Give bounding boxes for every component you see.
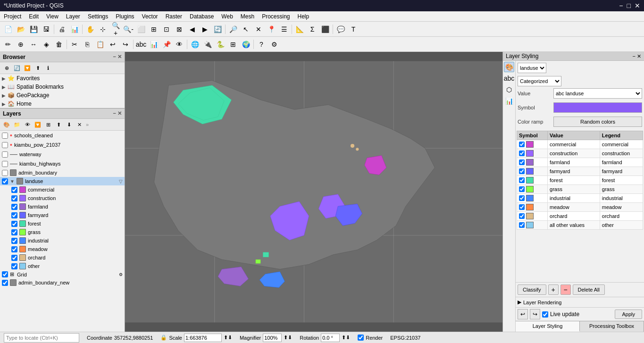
zoom-next-btn[interactable]: ▶ bbox=[199, 23, 211, 35]
rotation-input[interactable] bbox=[321, 334, 340, 342]
pan-to-selection-btn[interactable]: ⊹ bbox=[97, 23, 109, 35]
copy-features-btn[interactable]: ⎘ bbox=[81, 38, 93, 50]
browser-expand-btn[interactable]: ⊕ bbox=[2, 63, 11, 73]
print-layout-btn[interactable]: 🖨 bbox=[56, 23, 68, 35]
menu-view[interactable]: View bbox=[42, 12, 62, 21]
landuse-meadow[interactable]: meadow bbox=[9, 245, 125, 253]
statistics-btn[interactable]: Σ bbox=[306, 23, 318, 35]
styling-renderer-dropdown[interactable]: Categorized Single Symbol Graduated Rule… bbox=[518, 76, 561, 86]
classify-btn[interactable]: Classify bbox=[518, 284, 546, 295]
landuse-commercial[interactable]: commercial bbox=[9, 185, 125, 194]
filter-layers-btn[interactable]: 🔽 bbox=[33, 120, 42, 129]
symbol-row-check[interactable] bbox=[519, 168, 525, 174]
zoom-full-btn[interactable]: ⊞ bbox=[148, 23, 160, 35]
minimize-button[interactable]: − bbox=[619, 2, 623, 9]
layer-grid[interactable]: ⊞ Grid ⚙ bbox=[0, 270, 125, 278]
browser-bookmarks[interactable]: ▶ 📖 Spatial Bookmarks bbox=[0, 83, 125, 91]
landuse-farmland-check[interactable] bbox=[11, 204, 17, 210]
layers-min-btn[interactable]: − bbox=[113, 110, 116, 117]
add-feature-btn[interactable]: ⊕ bbox=[15, 38, 27, 50]
styling-icon-label[interactable]: abc bbox=[504, 73, 514, 84]
symbol-row-check[interactable] bbox=[519, 151, 525, 156]
layer-schools-cleaned[interactable]: • schools_cleaned bbox=[0, 131, 125, 140]
redo-style-btn[interactable]: ↪ bbox=[530, 309, 540, 319]
menu-settings[interactable]: Settings bbox=[84, 12, 112, 21]
landuse-industrial[interactable]: industrial bbox=[9, 236, 125, 245]
annotation-btn[interactable]: T bbox=[347, 23, 360, 35]
landuse-orchard[interactable]: orchard bbox=[9, 253, 125, 262]
styling-value-dropdown[interactable]: abc landuse bbox=[553, 88, 642, 99]
pan-map-btn[interactable]: ✋ bbox=[84, 23, 96, 35]
styling-icon-paint[interactable]: 🎨 bbox=[504, 62, 514, 72]
expand-all-btn[interactable]: ⬆ bbox=[54, 120, 63, 129]
menu-processing[interactable]: Processing bbox=[258, 12, 293, 21]
filter-by-map-btn[interactable]: ⊞ bbox=[43, 120, 53, 129]
landuse-commercial-check[interactable] bbox=[11, 187, 17, 193]
add-class-btn[interactable]: + bbox=[548, 284, 559, 295]
landuse-other[interactable]: other bbox=[9, 262, 125, 270]
landuse-meadow-check[interactable] bbox=[11, 246, 17, 252]
layers-close-btn[interactable]: ✕ bbox=[117, 110, 122, 117]
cut-features-btn[interactable]: ✂ bbox=[68, 38, 81, 50]
browser-geopackage[interactable]: ▶ 📦 GeoPackage bbox=[0, 91, 125, 100]
layer-admin-boundary[interactable]: admin_boundary bbox=[0, 168, 125, 177]
help-btn[interactable]: ? bbox=[255, 38, 268, 50]
symbol-row-check[interactable] bbox=[519, 213, 525, 219]
landuse-grass-check[interactable] bbox=[11, 229, 17, 235]
label-tool-btn[interactable]: abc bbox=[135, 38, 147, 50]
layer-landuse-expand[interactable]: ▼ bbox=[10, 179, 15, 184]
browser-favorites[interactable]: ▶ ⭐ Favorites bbox=[0, 74, 125, 83]
layer-kiambu-pow-check[interactable] bbox=[2, 142, 8, 148]
symbol-row-1[interactable]: construction construction bbox=[517, 149, 643, 158]
browser-refresh-btn[interactable]: 🔄 bbox=[12, 63, 22, 73]
zoom-layer-btn[interactable]: ⊡ bbox=[160, 23, 173, 35]
measure-btn[interactable]: 📐 bbox=[293, 23, 306, 35]
menu-raster[interactable]: Raster bbox=[162, 12, 186, 21]
symbol-row-9[interactable]: all other values other bbox=[517, 221, 643, 230]
magnifier-input[interactable] bbox=[263, 334, 282, 342]
symbol-row-check[interactable] bbox=[519, 186, 525, 192]
landuse-construction-check[interactable] bbox=[11, 195, 17, 201]
symbol-row-5[interactable]: grass grass bbox=[517, 185, 643, 194]
landuse-grass[interactable]: grass bbox=[9, 228, 125, 236]
symbol-row-8[interactable]: orchard orchard bbox=[517, 212, 643, 221]
landuse-forest-check[interactable] bbox=[11, 221, 17, 227]
label-show-btn[interactable]: 👁 bbox=[173, 38, 185, 50]
undo-btn[interactable]: ↩ bbox=[107, 38, 119, 50]
tab-processing-toolbox[interactable]: Processing Toolbox bbox=[580, 321, 644, 332]
label-pin-btn[interactable]: 📌 bbox=[160, 38, 173, 50]
save-as-btn[interactable]: 🖫 bbox=[40, 23, 52, 35]
georef-btn[interactable]: 🌐 bbox=[189, 38, 201, 50]
symbol-row-check[interactable] bbox=[519, 142, 525, 147]
layer-grid-check[interactable] bbox=[2, 271, 8, 277]
report-btn[interactable]: 📊 bbox=[68, 23, 81, 35]
add-group-btn[interactable]: 📁 bbox=[12, 120, 22, 129]
layer-kiambu-pow[interactable]: • kiambu_pow_21037 bbox=[0, 140, 125, 150]
landuse-construction[interactable]: construction bbox=[9, 194, 125, 202]
symbol-row-check[interactable] bbox=[519, 195, 525, 201]
maximize-button[interactable]: □ bbox=[627, 2, 631, 9]
symbol-row-check[interactable] bbox=[519, 177, 525, 183]
globe-btn[interactable]: 🌍 bbox=[240, 38, 252, 50]
layers-more-btn[interactable]: » bbox=[86, 122, 89, 127]
locator-input[interactable] bbox=[4, 333, 79, 343]
landuse-farmyard[interactable]: farmyard bbox=[9, 211, 125, 219]
select-location-btn[interactable]: 📍 bbox=[265, 23, 277, 35]
styling-symbol-color[interactable] bbox=[553, 102, 642, 113]
paste-features-btn[interactable]: 📋 bbox=[94, 38, 106, 50]
styling-min-btn[interactable]: − bbox=[633, 53, 636, 59]
symbol-row-4[interactable]: forest forest bbox=[517, 176, 643, 185]
styling-icon-diagram[interactable]: 📊 bbox=[504, 96, 514, 106]
landuse-farmland[interactable]: farmland bbox=[9, 202, 125, 211]
zoom-prev-btn[interactable]: ◀ bbox=[186, 23, 198, 35]
layer-highways-check[interactable] bbox=[2, 161, 8, 167]
browser-filter-btn[interactable]: 🔽 bbox=[23, 63, 32, 73]
menu-web[interactable]: Web bbox=[217, 12, 236, 21]
close-button[interactable]: ✕ bbox=[635, 2, 640, 9]
map-area[interactable] bbox=[125, 52, 502, 332]
menu-database[interactable]: Database bbox=[186, 12, 217, 21]
browser-home[interactable]: ▶ 🏠 Home bbox=[0, 100, 125, 108]
symbol-row-0[interactable]: commercial commercial bbox=[517, 140, 643, 149]
layer-admin-boundary-check[interactable] bbox=[2, 170, 8, 176]
symbol-row-7[interactable]: meadow meadow bbox=[517, 203, 643, 212]
